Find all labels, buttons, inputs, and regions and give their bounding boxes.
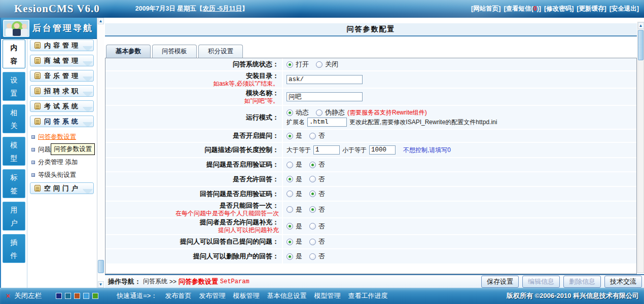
radio-yes[interactable] [287, 191, 293, 197]
tab-qa-template[interactable]: 问答模板 [152, 45, 197, 58]
radio-yes[interactable] [287, 253, 293, 260]
submenu-qa-params[interactable]: 问答参数设置 [31, 131, 97, 143]
lunar-date-link[interactable]: 农历 -5月11日 [202, 5, 242, 12]
main-scrollbar[interactable]: ▲ [637, 22, 644, 273]
min-length-input[interactable] [313, 145, 340, 155]
rail-tab-related[interactable]: 相关 [3, 104, 25, 133]
theme-swatch-green[interactable] [92, 293, 98, 299]
theme-swatch-brown[interactable] [74, 293, 80, 299]
radio-yes[interactable] [287, 133, 293, 139]
rail-tab-label: 内容 [10, 41, 18, 67]
radio-no[interactable] [309, 176, 316, 182]
notepad-icon [34, 118, 41, 125]
sidebar-scrollbar[interactable]: ▲ ▼ [97, 18, 104, 288]
radio-yes[interactable] [287, 239, 293, 245]
quick-link-work-progress[interactable]: 查看工作进度 [348, 291, 387, 300]
menu-exam-system[interactable]: 考试系统 [30, 100, 94, 112]
notepad-icon [34, 88, 41, 94]
radio-no[interactable] [309, 133, 316, 139]
radio-no[interactable] [309, 206, 316, 213]
radio-no[interactable] [309, 223, 316, 230]
refresh-cache-link[interactable]: [更新缓存] [577, 5, 606, 13]
radio-pseudo-static[interactable] [316, 109, 323, 116]
quick-link-publish-manage[interactable]: 发布管理 [199, 291, 225, 300]
top-links: [网站首页] [查看短信(0)] [修改密码] [更新缓存] [安全退出] [471, 5, 639, 13]
logout-link[interactable]: [安全退出] [610, 5, 639, 13]
theme-swatch-lightblue[interactable] [83, 293, 89, 299]
close-left-panel[interactable]: × 关闭左栏 [6, 291, 42, 300]
theme-palette [56, 293, 98, 299]
scroll-up-icon[interactable]: ▲ [638, 22, 644, 29]
quick-link-model-manage[interactable]: 模型管理 [314, 291, 340, 300]
menu-qa-system[interactable]: 问答系统 [30, 116, 94, 127]
change-password-link[interactable]: [修改密码] [544, 5, 574, 13]
rail-tab-plugins[interactable]: 插件 [3, 234, 25, 263]
square-bullet-icon [31, 148, 35, 151]
menu-shop-manage[interactable]: 商城管理 [30, 55, 94, 66]
scroll-up-icon[interactable]: ▲ [98, 18, 104, 24]
radio-no[interactable] [309, 253, 316, 260]
radio-open[interactable] [287, 61, 293, 68]
theme-swatch-teal[interactable] [65, 293, 71, 299]
module-name-input[interactable] [287, 92, 363, 101]
ext-note: 更改此配置,需要修改ISAPI_Rewrite的配置文件httpd.ini [349, 118, 497, 127]
radio-yes[interactable] [287, 162, 293, 168]
menu-content-manage[interactable]: 内容管理 [30, 40, 94, 51]
tab-points-settings[interactable]: 积分设置 [198, 45, 243, 58]
menu-music-manage[interactable]: 音乐管理 [30, 70, 94, 82]
max-length-input[interactable] [369, 145, 396, 155]
menu-tooltip: 问答参数设置 [51, 143, 95, 155]
main-scroll-track[interactable] [638, 29, 643, 273]
field-label: 问答系统状态： [233, 60, 279, 68]
radio-yes[interactable] [287, 176, 293, 182]
quick-link-publish-home[interactable]: 发布首页 [165, 291, 191, 300]
home-link[interactable]: [网站首页] [471, 5, 500, 13]
main-scroll-thumb[interactable] [638, 30, 643, 60]
radio-yes[interactable] [287, 206, 293, 213]
theme-swatch-navy[interactable] [56, 293, 62, 299]
scroll-down-icon[interactable]: ▼ [98, 281, 104, 288]
radio-close[interactable] [316, 61, 323, 68]
rail-tab-settings[interactable]: 设置 [3, 72, 25, 101]
rail-tab-users[interactable]: 用户 [3, 202, 25, 231]
sidebar-inner: 后台管理导航 内容 设置 相关 模型 标签 用户 插件 内容管理 商城管理 音乐… [1, 18, 97, 288]
radio-no[interactable] [309, 239, 316, 245]
square-bullet-icon [31, 135, 35, 139]
save-settings-button[interactable]: 保存设置 [481, 276, 519, 288]
min-label: 大于等于 [287, 146, 311, 155]
radio-label: 是 [296, 131, 302, 140]
breadcrumb-module[interactable]: 问答系统 [143, 277, 167, 286]
edit-info-button: 编辑信息 [522, 276, 560, 288]
rail-tab-content[interactable]: 内容 [3, 40, 25, 68]
submenu-category-manage-add[interactable]: 分类管理 添加 [31, 156, 97, 169]
menu-label: 招聘求职 [44, 87, 81, 96]
submenu-level-title-settings[interactable]: 等级头衔设置 [31, 169, 97, 181]
radio-no[interactable] [309, 191, 316, 197]
menu-job-manage[interactable]: 招聘求职 [30, 85, 94, 97]
radio-no[interactable] [309, 162, 316, 168]
radio-dynamic[interactable] [287, 109, 293, 116]
field-label: 提问者是否允许问题补充： [200, 218, 279, 226]
radio-label: 是 [296, 252, 302, 261]
ext-label: 扩展名 [287, 118, 305, 127]
extension-input[interactable] [307, 118, 347, 127]
sidebar-scroll-thumb[interactable] [98, 260, 104, 273]
qa-submenu: 问答参数设置 问题分类管理 分类管理 添加 等级头衔设置 [31, 131, 97, 181]
radio-label: 伪静态 [325, 108, 345, 117]
form-row-enable-ask: 是否开启提问： 是 否 [105, 130, 636, 143]
rail-tab-tags[interactable]: 标签 [3, 169, 25, 198]
messages-link[interactable]: [查看短信(0)] [504, 5, 541, 13]
tech-exchange-button[interactable]: 技术交流 [604, 276, 642, 288]
quick-link-basic-info[interactable]: 基本信息设置 [267, 291, 306, 300]
menu-space-portal[interactable]: 空间门户 [30, 182, 94, 194]
radio-yes[interactable] [287, 223, 293, 230]
form-row-answer-captcha: 回答问题是否启用验证码： 是 否 [105, 187, 636, 202]
rail-tab-model[interactable]: 模型 [3, 137, 25, 166]
tab-basic-params[interactable]: 基本参数 [106, 45, 151, 58]
install-dir-input[interactable] [287, 75, 363, 84]
sidebar-scroll-track[interactable] [98, 24, 104, 281]
quick-link-template-manage[interactable]: 模板管理 [233, 291, 259, 300]
rail-tab-label: 设置 [10, 73, 18, 100]
field-hint: 如"问吧"等。 [244, 97, 279, 105]
radio-label: 否 [318, 252, 325, 261]
